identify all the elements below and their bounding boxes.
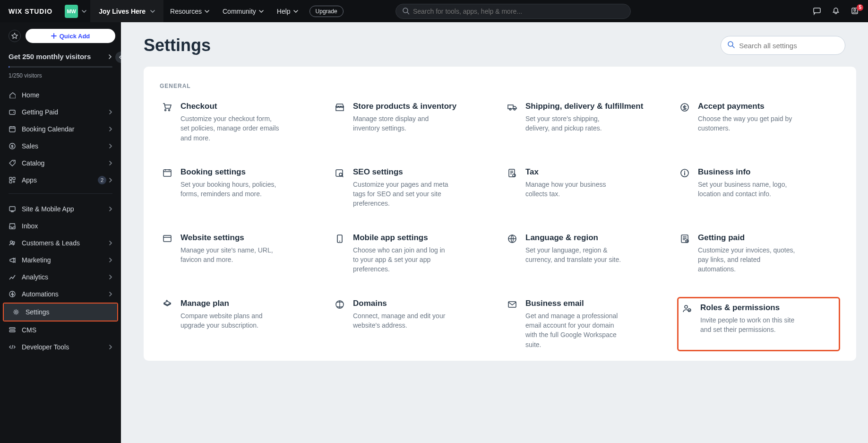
svg-point-17 — [13, 242, 15, 243]
chat-icon[interactable] — [813, 7, 822, 16]
sidebar-item-automations[interactable]: Automations — [0, 286, 121, 303]
site-selector[interactable]: Joy Lives Here — [90, 0, 163, 22]
settings-card-shipping-delivery-fulfillment[interactable]: Shipping, delivery & fulfillment Set you… — [505, 100, 668, 145]
cms-icon — [9, 326, 16, 334]
chevron-right-icon — [109, 127, 112, 131]
sidebar-item-label: Analytics — [22, 273, 48, 281]
sidebar-item-inbox[interactable]: Inbox — [0, 217, 121, 235]
home-icon — [9, 91, 16, 99]
settings-card-domains[interactable]: Domains Connect, manage and edit your we… — [332, 297, 495, 351]
card-description: Customize your invoices, quotes, pay lin… — [698, 245, 797, 274]
settings-card-language-region[interactable]: Language & region Set your language, reg… — [505, 231, 668, 276]
sidebar-item-settings[interactable]: Settings — [4, 304, 117, 321]
global-search-input[interactable] — [413, 8, 624, 15]
card-description: Manage your site's name, URL, favicon an… — [180, 245, 280, 265]
chevron-right-icon — [109, 178, 112, 182]
web-icon — [163, 233, 174, 274]
settings-card-roles-permissions[interactable]: Roles & permissions Invite people to wor… — [677, 297, 840, 351]
svg-rect-14 — [9, 207, 15, 211]
chevron-right-icon — [109, 241, 112, 245]
settings-panel: GENERAL Checkout Customize your checkout… — [144, 67, 856, 361]
sidebar-item-label: CMS — [22, 326, 36, 334]
upgrade-button[interactable]: Upgrade — [309, 6, 344, 17]
card-title: Tax — [525, 167, 625, 177]
chevron-right-icon — [109, 345, 112, 349]
card-title: Roles & permissions — [700, 303, 799, 313]
dollar-icon — [9, 142, 16, 150]
settings-card-checkout[interactable]: Checkout Customize your checkout form, s… — [160, 100, 323, 145]
svg-rect-42 — [508, 302, 516, 307]
svg-rect-6 — [9, 110, 15, 114]
quick-add-button[interactable]: Quick Add — [26, 29, 115, 43]
svg-rect-35 — [163, 235, 171, 242]
svg-point-37 — [339, 241, 340, 242]
sidebar-item-site-mobile-app[interactable]: Site & Mobile App — [0, 200, 121, 217]
notifications-icon[interactable] — [832, 7, 841, 16]
store-icon — [335, 102, 346, 143]
favorites-button[interactable] — [9, 30, 21, 42]
settings-search[interactable] — [721, 36, 845, 55]
sidebar-item-booking-calendar[interactable]: Booking Calendar — [0, 121, 121, 138]
visitors-widget[interactable]: Get 250 monthly visitors 1/250 visitors — [0, 50, 121, 85]
visitors-count: 1/250 visitors — [9, 72, 112, 79]
sidebar-item-apps[interactable]: Apps2 — [0, 172, 121, 189]
svg-point-44 — [688, 309, 691, 312]
global-search[interactable] — [395, 4, 631, 19]
sidebar-item-cms[interactable]: CMS — [0, 321, 121, 339]
sidebar-item-home[interactable]: Home — [0, 87, 121, 104]
calendar-icon — [9, 125, 16, 133]
bolt-icon — [9, 290, 16, 298]
settings-card-manage-plan[interactable]: Manage plan Compare website plans and up… — [160, 297, 323, 351]
card-description: Set your booking hours, policies, forms,… — [180, 180, 280, 199]
settings-card-mobile-app-settings[interactable]: Mobile app settings Choose who can join … — [332, 231, 495, 276]
sidebar-item-marketing[interactable]: Marketing — [0, 252, 121, 269]
settings-card-seo-settings[interactable]: SEO settings Customize your pages and me… — [332, 165, 495, 210]
sidebar-item-customers-leads[interactable]: Customers & Leads — [0, 235, 121, 252]
sidebar-item-analytics[interactable]: Analytics — [0, 269, 121, 286]
svg-rect-11 — [9, 177, 12, 180]
settings-card-tax[interactable]: Tax Manage how your business collects ta… — [505, 165, 668, 210]
sidebar-item-catalog[interactable]: Catalog — [0, 155, 121, 172]
chevron-right-icon — [109, 292, 112, 296]
svg-rect-32 — [509, 169, 515, 177]
svg-rect-29 — [163, 170, 171, 176]
sidebar-item-sales[interactable]: Sales — [0, 138, 121, 155]
main-content: Settings GENERAL Checkout Customize your… — [121, 22, 868, 443]
workspace-dropdown[interactable] — [78, 0, 90, 22]
domain-icon — [335, 299, 346, 349]
notification-badge: 5 — [857, 4, 863, 11]
svg-rect-13 — [9, 181, 12, 183]
book-icon — [163, 167, 174, 208]
sidebar-item-label: Getting Paid — [22, 108, 58, 116]
settings-card-getting-paid[interactable]: Getting paid Customize your invoices, qu… — [677, 231, 840, 276]
settings-card-business-info[interactable]: Business info Set your business name, lo… — [677, 165, 840, 210]
chevron-right-icon — [109, 207, 112, 211]
workspace-avatar[interactable]: MW — [65, 5, 78, 18]
card-description: Compare website plans and upgrade your s… — [180, 311, 280, 330]
nav-resources[interactable]: Resources — [163, 0, 216, 22]
sidebar-item-label: Catalog — [22, 159, 44, 167]
settings-card-store-products-inventory[interactable]: Store products & inventory Manage store … — [332, 100, 495, 145]
settings-card-website-settings[interactable]: Website settings Manage your site's name… — [160, 231, 323, 276]
topbar: WIX STUDIO MW Joy Lives Here Resources C… — [0, 0, 868, 22]
card-description: Manage how your business collects tax. — [525, 180, 625, 199]
accounts-icon[interactable]: 5 — [851, 7, 859, 16]
settings-card-business-email[interactable]: Business email Get and manage a professi… — [505, 297, 668, 351]
card-title: Mobile app settings — [353, 233, 452, 243]
card-title: Booking settings — [180, 167, 280, 177]
settings-card-accept-payments[interactable]: Accept payments Choose the way you get p… — [677, 100, 840, 145]
wallet-icon — [9, 108, 16, 116]
card-title: Shipping, delivery & fulfillment — [525, 102, 643, 111]
site-icon — [9, 205, 16, 213]
svg-point-31 — [339, 173, 342, 176]
roles-icon — [682, 303, 694, 343]
chevron-right-icon — [109, 258, 112, 262]
sidebar-item-label: Home — [22, 91, 39, 99]
settings-search-input[interactable] — [739, 42, 838, 50]
sidebar-item-developer-tools[interactable]: Developer Tools — [0, 339, 121, 356]
sidebar-item-getting-paid[interactable]: Getting Paid — [0, 104, 121, 121]
nav-community[interactable]: Community — [216, 0, 270, 22]
nav-help[interactable]: Help — [270, 0, 305, 22]
settings-card-booking-settings[interactable]: Booking settings Set your booking hours,… — [160, 165, 323, 210]
card-title: Getting paid — [698, 233, 797, 243]
